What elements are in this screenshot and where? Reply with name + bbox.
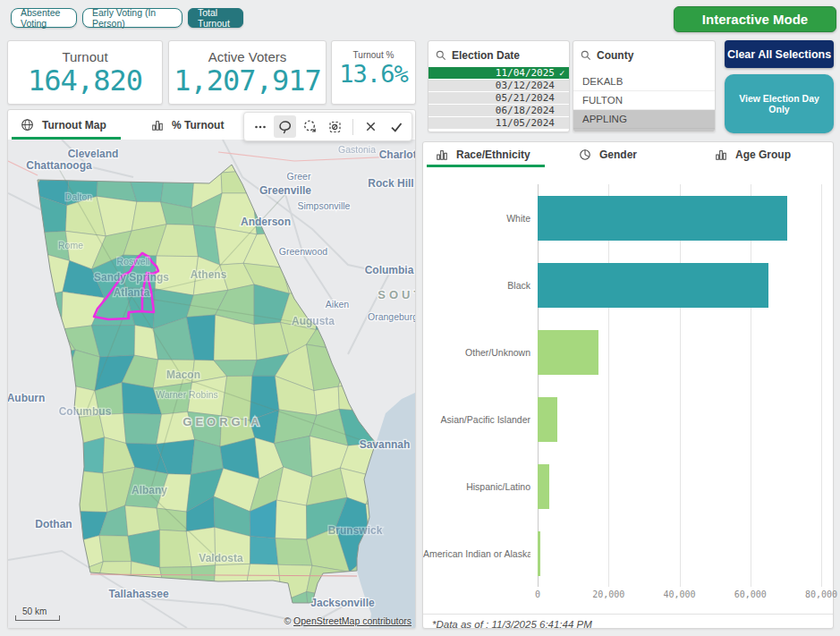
city-label-athens: Athens: [191, 268, 227, 281]
x-tick-label: 0: [535, 589, 540, 599]
search-icon: [581, 50, 591, 61]
cancel-selection-button[interactable]: [360, 115, 382, 138]
city-label-georgia: GEORGIA: [182, 415, 262, 428]
map-canvas[interactable]: ClevelandChattanoogaGastoniaCharlotteGre…: [8, 140, 415, 628]
county-shape[interactable]: [157, 508, 187, 531]
tab-label: Race/Ethnicity: [456, 148, 530, 161]
county-shape[interactable]: [250, 537, 278, 565]
city-label-gastonia: Gastonia: [338, 144, 376, 155]
date-option[interactable]: 05/21/2024: [428, 92, 569, 104]
category-label: American Indian or Alaska...: [423, 548, 530, 559]
county-shape[interactable]: [123, 413, 162, 444]
tab-age-group[interactable]: Age Group: [702, 142, 824, 167]
confirm-selection-button[interactable]: [385, 115, 407, 138]
lasso-select-button[interactable]: [274, 115, 296, 138]
category-label: Black: [423, 280, 530, 291]
city-label-savannah: Savannah: [360, 438, 411, 451]
kpi-label: Turnout %: [332, 50, 415, 60]
county-header[interactable]: County: [573, 41, 715, 67]
date-option[interactable]: 11/04/2025 ✓: [428, 67, 569, 79]
date-value: 05/21/2024: [496, 92, 555, 104]
early-voting-button[interactable]: Early Voting (In Person): [82, 8, 182, 28]
x-tick-label: 40,000: [663, 589, 695, 599]
election-date-listbox: Election Date 11/04/2025 ✓ 03/12/2024 05…: [428, 40, 570, 132]
category-axis: WhiteBlackOther/UnknownAsian/Pacific Isl…: [423, 184, 534, 587]
bar-white[interactable]: [538, 196, 787, 241]
interactive-mode-button[interactable]: Interactive Mode: [674, 6, 836, 32]
city-label-albany: Albany: [132, 484, 167, 496]
date-option[interactable]: 03/12/2024: [428, 80, 569, 91]
absentee-voting-button[interactable]: Absentee Voting: [11, 8, 77, 28]
county-option[interactable]: FULTON: [573, 91, 715, 110]
category-label: Other/Unknown: [423, 347, 530, 358]
kpi-label: Turnout: [8, 49, 162, 64]
gridline: [608, 184, 609, 587]
date-option[interactable]: 06/18/2024: [428, 105, 569, 116]
bar-other-unknown[interactable]: [538, 330, 598, 375]
more-options-button[interactable]: [249, 115, 271, 138]
kpi-label: Active Voters: [169, 49, 326, 64]
lasso-icon: [277, 119, 293, 134]
pie-chart-icon: [579, 148, 591, 161]
election-date-header[interactable]: Election Date: [428, 41, 569, 67]
county-shape[interactable]: [276, 538, 312, 566]
county-shape[interactable]: [276, 500, 307, 539]
georgia-turnout-map[interactable]: ClevelandChattanoogaGastoniaCharlotteGre…: [8, 140, 415, 628]
city-label-greenville: Greenville: [259, 184, 311, 197]
circle-select-button[interactable]: [299, 115, 321, 138]
city-label-warner-robins: Warner Robins: [156, 389, 218, 400]
city-label-atlanta: Atlanta: [114, 286, 150, 299]
city-label-columbus: Columbus: [59, 405, 112, 418]
total-turnout-button[interactable]: Total Turnout: [188, 8, 243, 28]
county-option[interactable]: DEKALB: [573, 72, 715, 91]
bar-american-indian-or-alaska-[interactable]: [538, 531, 540, 576]
city-label-sandy-springs: Sandy Springs: [94, 271, 169, 284]
bar-asian-pacific-islander[interactable]: [538, 397, 557, 442]
city-label-simpsonville: Simpsonville: [298, 200, 351, 211]
bar-chart-icon: [715, 148, 727, 161]
city-label-rock-hill: Rock Hill: [368, 177, 413, 190]
city-label-brunswick: Brunswick: [328, 524, 383, 537]
x-tick-label: 80,000: [805, 589, 837, 599]
attribution-link[interactable]: OpenStreetMap contributors: [293, 615, 412, 626]
date-value: 11/05/2024: [496, 117, 555, 129]
clear-all-selections-button[interactable]: Clear All Selections: [725, 40, 834, 68]
clear-selection-button[interactable]: [324, 115, 346, 138]
data-as-of-footnote: *Data as of : 11/3/2025 6:41:44 PM: [432, 619, 592, 630]
footer-divider: [423, 614, 833, 615]
date-value: 11/04/2025: [496, 67, 555, 79]
value-axis: 020,00040,00060,00080,000: [538, 589, 828, 604]
tab-turnout-map[interactable]: Turnout Map: [8, 110, 130, 140]
city-label-tallahassee: Tallahassee: [108, 588, 168, 600]
gridline: [680, 184, 681, 587]
tab-pct-turnout[interactable]: % Turnout: [139, 110, 260, 140]
tab-gender[interactable]: Gender: [566, 142, 688, 167]
city-label-cleveland: Cleveland: [68, 148, 119, 160]
bar-chart-icon: [151, 119, 164, 131]
tab-label: Age Group: [735, 148, 791, 161]
county-option[interactable]: APPLING: [573, 110, 715, 129]
county-shape[interactable]: [222, 376, 252, 420]
city-label-auburn: Auburn: [8, 392, 45, 404]
bar-black[interactable]: [538, 263, 768, 308]
county-option-partial[interactable]: [573, 129, 715, 132]
confirm-icon: [389, 120, 403, 134]
city-label-dothan: Dothan: [35, 518, 72, 530]
kpi-value: 1,207,917: [169, 64, 326, 98]
x-tick-label: 20,000: [592, 589, 624, 599]
county-shape[interactable]: [99, 536, 132, 562]
city-label-augusta: Augusta: [292, 315, 335, 327]
attribution-prefix: ©: [284, 615, 293, 626]
view-election-day-only-button[interactable]: View Election Day Only: [725, 74, 834, 133]
city-label-columbia: Columbia: [365, 264, 414, 276]
kpi-value: 164,820: [8, 64, 162, 98]
turnout-pct-kpi-card: Turnout % 13.6%: [331, 40, 416, 105]
date-option[interactable]: 11/05/2024: [428, 117, 569, 129]
listbox-title: Election Date: [452, 49, 520, 62]
bar-hispanic-latino[interactable]: [538, 464, 549, 509]
category-label: Asian/Pacific Islander: [423, 414, 530, 425]
tab-label: Turnout Map: [42, 119, 106, 131]
tab-race-ethnicity[interactable]: Race/Ethnicity: [423, 142, 554, 167]
category-label: White: [423, 213, 530, 224]
globe-icon: [21, 118, 34, 131]
